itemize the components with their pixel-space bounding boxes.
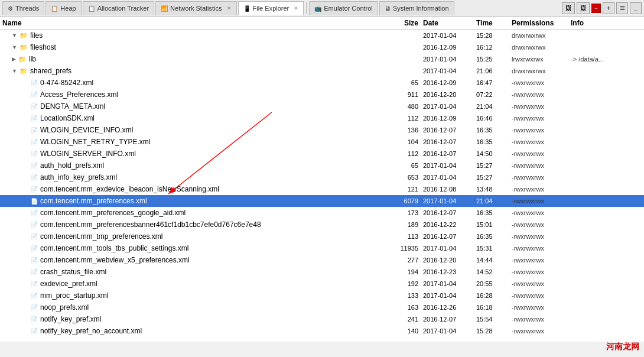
tab-file-explorer[interactable]: 📱 File Explorer ✕ (238, 1, 304, 15)
table-row[interactable]: 📄 notify_key_pref_no_account.xml 140 201… (0, 325, 644, 337)
file-name: notify_key_pref.xml (40, 315, 101, 323)
table-row[interactable]: 📄 com.tencent.mm_tmp_preferences.xml 113… (0, 231, 644, 242)
toolbar-menu-btn[interactable]: ☰ (616, 2, 628, 14)
tab-allocation-label: Allocation Tracker (97, 5, 149, 12)
tab-heap[interactable]: 📋 Heap (45, 1, 81, 15)
tab-file-explorer-close[interactable]: ✕ (294, 5, 298, 11)
file-permissions: -rwxrwxrwx (512, 304, 571, 311)
expand-icon[interactable]: ▶ (12, 56, 16, 62)
table-row[interactable]: 📄 WLOGIN_NET_RETRY_TYPE.xml 104 2016-12-… (0, 136, 644, 148)
file-permissions: drwxrwxrwx (512, 32, 571, 39)
file-date: 2016-12-09 (423, 79, 476, 86)
file-name: com.tencent.mm_tools_tbs_public_settings… (40, 244, 188, 252)
table-row[interactable]: ▶ 📁 lib 2017-01-04 15:25 lrwxrwxrwx -> /… (0, 53, 644, 65)
file-date: 2017-01-04 (423, 280, 476, 287)
allocation-icon: 📋 (88, 5, 95, 12)
file-date: 2016-12-07 (423, 209, 476, 216)
file-size: 6079 (388, 197, 423, 205)
expand-icon[interactable]: ▼ (12, 68, 17, 74)
table-row[interactable]: 📄 mm_proc_startup.xml 133 2017-01-04 16:… (0, 290, 644, 301)
expand-icon[interactable]: ▼ (12, 44, 17, 50)
table-row[interactable]: 📄 LocationSDK.xml 112 2016-12-09 16:46 -… (0, 112, 644, 124)
file-name-cell: 📄 com.tencent.mm_tmp_preferences.xml (2, 232, 388, 241)
tab-emulator-control[interactable]: 📺 Emulator Control (309, 1, 378, 15)
file-size: 241 (388, 316, 423, 323)
file-date: 2017-01-04 (423, 32, 476, 39)
table-row[interactable]: 📄 crash_status_file.xml 194 2016-12-23 1… (0, 266, 644, 278)
file-permissions: -rwxrwxrwx (512, 327, 571, 335)
table-row[interactable]: 📄 com.tencent.mm_preferences_google_aid.… (0, 207, 644, 219)
table-row[interactable]: 📄 WLOGIN_SERVER_INFO.xml 112 2016-12-07 … (0, 148, 644, 160)
table-row[interactable]: 📄 auth_info_key_prefs.xml 653 2017-01-04… (0, 171, 644, 183)
tab-system-info-label: System Information (393, 5, 449, 12)
tab-threads[interactable]: ⚙ Threads (2, 1, 44, 15)
col-header-date: Date (423, 19, 476, 27)
file-name-cell: ▼ 📁 fileshost (2, 43, 388, 51)
table-row[interactable]: 📄 auth_hold_prefs.xml 65 2017-01-04 15:2… (0, 160, 644, 171)
file-name-cell: 📄 0-474-85242.xml (2, 79, 388, 87)
file-permissions: -rwxrwxrwx (512, 186, 571, 193)
tab-system-information[interactable]: 🖥 System Information (379, 1, 454, 15)
file-icon: 📄 (31, 115, 38, 122)
tab-network-statistics[interactable]: 📶 Network Statistics ✕ (155, 1, 236, 15)
file-icon: 📄 (31, 293, 38, 299)
toolbar-img-btn-1[interactable]: 🖼 (562, 2, 575, 14)
col-header-info: Info (571, 19, 642, 27)
file-name-cell: ▼ 📁 files (2, 31, 388, 40)
expand-icon[interactable]: ▼ (12, 33, 17, 38)
col-header-permissions: Permissions (512, 19, 571, 27)
table-row[interactable]: 📄 notify_key_pref.xml 241 2016-12-07 15:… (0, 313, 644, 325)
tab-allocation-tracker[interactable]: 📋 Allocation Tracker (83, 1, 154, 15)
file-time: 16:35 (476, 138, 512, 145)
table-row[interactable]: 📄 com.tencent.mm_exdevice_ibeacon_isNewS… (0, 183, 644, 195)
file-date: 2016-12-07 (423, 233, 476, 240)
table-row[interactable]: 📄 com.tencent.mm_preferencesbanner461cf1… (0, 219, 644, 231)
file-name-cell: 📄 Access_Preferences.xml (2, 90, 388, 99)
tab-network-close[interactable]: ✕ (227, 5, 232, 11)
toolbar-plus-btn[interactable]: + (603, 2, 614, 14)
file-size: 104 (388, 138, 423, 145)
file-size: 121 (388, 186, 423, 193)
table-row[interactable]: 📄 Access_Preferences.xml 911 2016-12-20 … (0, 89, 644, 100)
table-row[interactable]: 📄 com.tencent.mm_webview_x5_preferences.… (0, 254, 644, 266)
file-time: 15:01 (476, 221, 512, 228)
file-size: 65 (388, 79, 423, 86)
table-row[interactable]: 📄 WLOGIN_DEVICE_INFO.xml 136 2016-12-07 … (0, 124, 644, 136)
file-time: 15:31 (476, 245, 512, 252)
file-list: ▼ 📁 files 2017-01-04 15:28 drwxrwxrwx ▼ … (0, 30, 644, 342)
file-name-cell: 📄 com.tencent.mm_preferencesbanner461cf1… (2, 220, 388, 229)
folder-icon: 📁 (19, 67, 28, 75)
file-table: Name Size Date Time Permissions Info ▼ 📁… (0, 17, 644, 342)
table-row[interactable]: 📄 exdevice_pref.xml 192 2017-01-04 20:55… (0, 278, 644, 290)
file-name-cell: 📄 com.tencent.mm_webview_x5_preferences.… (2, 256, 388, 264)
table-row[interactable]: ▼ 📁 files 2017-01-04 15:28 drwxrwxrwx (0, 30, 644, 41)
col-header-size: Size (388, 19, 423, 27)
file-permissions: -rwxrwxrwx (512, 162, 571, 169)
file-icon: 📄 (31, 257, 38, 264)
file-time: 20:55 (476, 280, 512, 287)
table-row[interactable]: ▼ 📁 shared_prefs 2017-01-04 21:06 drwxrw… (0, 65, 644, 77)
file-name-cell: 📄 com.tencent.mm_preferences_google_aid.… (2, 209, 388, 217)
file-icon: 📄 (31, 316, 38, 323)
file-name-cell: 📄 auth_hold_prefs.xml (2, 161, 388, 170)
toolbar-red-btn[interactable]: − (591, 4, 601, 13)
toolbar-icon-1: 🖼 (565, 5, 571, 11)
file-permissions: -rwxrwxrwx (512, 115, 571, 122)
file-name-cell: 📄 com.tencent.mm_preferences.xml (2, 197, 388, 205)
toolbar-minimize-btn[interactable]: _ (630, 2, 642, 14)
toolbar-img-btn-2[interactable]: 🖼 (577, 2, 590, 14)
table-row[interactable]: 📄 com.tencent.mm_tools_tbs_public_settin… (0, 242, 644, 254)
file-date: 2016-12-22 (423, 221, 476, 228)
tab-threads-label: Threads (15, 5, 39, 12)
file-time: 13:48 (476, 186, 512, 193)
folder-icon: 📁 (19, 44, 28, 51)
file-size: 112 (388, 115, 423, 122)
file-time: 15:28 (476, 327, 512, 335)
table-row[interactable]: ▼ 📁 fileshost 2016-12-09 16:12 drwxrwxrw… (0, 41, 644, 53)
file-name-cell: ▶ 📁 lib (2, 55, 388, 63)
table-row[interactable]: 📄 noop_prefs.xml 163 2016-12-26 16:18 -r… (0, 301, 644, 313)
table-row[interactable]: 📄 DENGTA_META.xml 480 2017-01-04 21:04 -… (0, 100, 644, 112)
file-time: 16:18 (476, 304, 512, 311)
table-row[interactable]: 📄 0-474-85242.xml 65 2016-12-09 16:47 -r… (0, 77, 644, 89)
table-row[interactable]: 📄 com.tencent.mm_preferences.xml 6079 20… (0, 195, 644, 207)
